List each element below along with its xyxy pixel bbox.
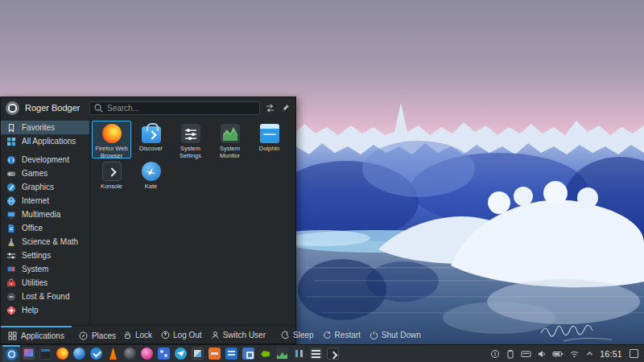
games-icon bbox=[6, 169, 16, 179]
check-app-icon bbox=[90, 348, 102, 360]
sidebar-item-settings[interactable]: Settings bbox=[1, 249, 89, 262]
science-math-icon bbox=[6, 237, 16, 247]
office-icon bbox=[6, 224, 16, 233]
nvidia-settings-icon bbox=[259, 348, 271, 360]
tab-places[interactable]: Places bbox=[72, 326, 123, 343]
clipboard-icon[interactable] bbox=[506, 349, 515, 359]
taskbar-nvidia-settings[interactable] bbox=[257, 345, 274, 362]
taskbar-vlc[interactable] bbox=[105, 345, 122, 362]
battery-icon[interactable] bbox=[552, 349, 564, 359]
multimedia-icon bbox=[6, 210, 16, 220]
sidebar-item-utilities[interactable]: Utilities bbox=[1, 276, 89, 290]
system-tray: 16:51 bbox=[490, 349, 642, 359]
app-tile-system-monitor[interactable]: System Monitor bbox=[210, 121, 250, 158]
app-tile-kate[interactable]: Kate bbox=[131, 158, 171, 196]
desktop[interactable]: Roger Bodger Favorites All Applications bbox=[0, 0, 644, 362]
network-wifi-icon[interactable] bbox=[569, 349, 580, 359]
search-icon bbox=[93, 103, 104, 113]
launcher-sidebar: Favorites All Applications Development G… bbox=[1, 118, 90, 325]
sidebar-item-office[interactable]: Office bbox=[1, 221, 89, 235]
dolphin-icon bbox=[260, 124, 279, 143]
sidebar-item-multimedia[interactable]: Multimedia bbox=[1, 208, 89, 221]
sleep-button[interactable]: Sleep bbox=[281, 331, 314, 339]
sidebar-item-science-math[interactable]: Science & Math bbox=[1, 235, 89, 249]
app-tile-konsole[interactable]: Konsole bbox=[92, 158, 131, 196]
lock-button[interactable]: Lock bbox=[123, 331, 152, 339]
sidebar-item-favorites[interactable]: Favorites bbox=[1, 121, 89, 134]
sidebar-item-lost-found[interactable]: Lost & Found bbox=[1, 290, 89, 303]
discover-icon bbox=[142, 126, 161, 143]
taskbar-telegram[interactable] bbox=[172, 345, 189, 362]
system-monitor-icon bbox=[6, 265, 16, 274]
app-tile-discover[interactable]: Discover bbox=[131, 121, 171, 158]
input-device-icon[interactable] bbox=[521, 349, 531, 359]
display-settings-icon bbox=[23, 348, 35, 360]
taskbar-virtualbox[interactable] bbox=[155, 345, 172, 362]
launcher-header: Roger Bodger bbox=[1, 97, 295, 118]
restart-icon bbox=[323, 331, 332, 339]
clock[interactable]: 16:51 bbox=[600, 349, 622, 359]
sidebar-item-system[interactable]: System bbox=[1, 262, 89, 276]
expand-caret-icon[interactable] bbox=[585, 349, 594, 358]
sidebar-item-development[interactable]: Development bbox=[1, 153, 89, 167]
internet-globe-icon bbox=[6, 196, 16, 206]
blue-sphere-app-icon bbox=[73, 348, 85, 360]
taskbar-check-app[interactable] bbox=[88, 345, 105, 362]
application-launcher-menu: Roger Bodger Favorites All Applications bbox=[0, 97, 296, 344]
show-desktop-button[interactable] bbox=[630, 349, 638, 358]
app-tile-dolphin[interactable]: Dolphin bbox=[250, 121, 289, 158]
compass-icon bbox=[79, 331, 88, 340]
sidebar-item-all-applications[interactable]: All Applications bbox=[1, 134, 89, 148]
taskbar-system-settings[interactable] bbox=[308, 345, 324, 362]
app-tile-firefox[interactable]: Firefox Web Browser bbox=[92, 121, 131, 158]
switch-user-button[interactable]: Switch User bbox=[211, 331, 266, 339]
taskbar-blue-sphere-app[interactable] bbox=[71, 345, 88, 362]
status-icon[interactable] bbox=[490, 349, 500, 359]
settings-sliders-icon bbox=[6, 251, 16, 261]
lost-found-icon bbox=[6, 292, 16, 302]
grid-tab-icon bbox=[8, 331, 17, 340]
konsole-icon bbox=[102, 162, 122, 181]
system-settings-icon bbox=[181, 124, 200, 143]
taskbar-konsole[interactable] bbox=[324, 345, 341, 362]
taskbar-partition-manager[interactable] bbox=[291, 345, 308, 362]
sidebar-item-help[interactable]: Help bbox=[1, 303, 89, 317]
taskbar-gimp[interactable] bbox=[122, 345, 138, 362]
taskbar-toolbox-app[interactable] bbox=[240, 345, 257, 362]
volume-icon[interactable] bbox=[537, 349, 547, 359]
kubuntu-logo-icon bbox=[6, 348, 18, 360]
sort-icon[interactable] bbox=[265, 103, 275, 113]
taskbar-pink-media-app[interactable] bbox=[138, 345, 155, 362]
pin-icon[interactable] bbox=[280, 103, 291, 113]
lock-icon bbox=[123, 331, 132, 339]
taskbar-libreoffice-impress[interactable] bbox=[206, 345, 223, 362]
taskbar-system-monitor[interactable] bbox=[274, 345, 291, 362]
shutdown-button[interactable]: Shut Down bbox=[369, 331, 421, 339]
shutdown-icon bbox=[369, 331, 378, 339]
logout-button[interactable]: Log Out bbox=[161, 331, 202, 339]
app-tile-system-settings[interactable]: System Settings bbox=[171, 121, 210, 158]
favorites-grid: Firefox Web Browser Discover System Sett… bbox=[90, 118, 295, 325]
search-input[interactable] bbox=[107, 104, 256, 113]
toolbox-app-icon bbox=[242, 348, 254, 360]
taskbar-panel: 16:51 bbox=[0, 344, 644, 362]
search-input-wrap bbox=[89, 101, 260, 115]
sidebar-item-games[interactable]: Games bbox=[1, 167, 89, 180]
taskbar-firefox[interactable] bbox=[54, 345, 71, 362]
taskbar-display-settings[interactable] bbox=[20, 345, 37, 362]
user-avatar[interactable] bbox=[6, 101, 19, 115]
vlc-icon bbox=[107, 348, 119, 360]
restart-button[interactable]: Restart bbox=[323, 331, 361, 339]
taskbar-video-editor[interactable] bbox=[189, 345, 206, 362]
application-launcher-button[interactable] bbox=[2, 345, 20, 362]
utilities-toolbox-icon bbox=[6, 278, 16, 288]
libreoffice-impress-icon bbox=[208, 348, 221, 360]
taskbar-window[interactable] bbox=[37, 345, 54, 362]
taskbar-libreoffice-writer[interactable] bbox=[223, 345, 240, 362]
development-icon bbox=[6, 155, 16, 165]
sidebar-item-internet[interactable]: Internet bbox=[1, 194, 89, 208]
window-icon bbox=[39, 348, 52, 360]
tab-applications[interactable]: Applications bbox=[1, 326, 72, 343]
launcher-footer: Applications Places Lock Log Out Switch … bbox=[1, 325, 295, 343]
sidebar-item-graphics[interactable]: Graphics bbox=[1, 180, 89, 194]
